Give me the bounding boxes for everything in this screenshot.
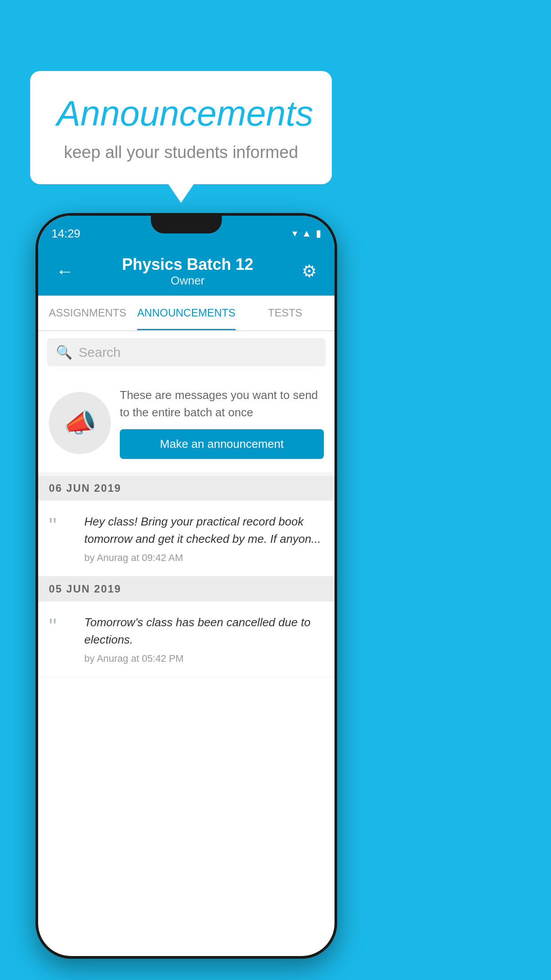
app-bar-center: Physics Batch 12 Owner <box>122 255 253 288</box>
tab-tests[interactable]: TESTS <box>236 296 335 330</box>
phone-inner: 14:29 ▾ ▲ ▮ ← Physics Batch 12 Owner ⚙ A… <box>38 216 335 956</box>
phone-frame: 14:29 ▾ ▲ ▮ ← Physics Batch 12 Owner ⚙ A… <box>35 213 337 959</box>
status-time: 14:29 <box>51 227 80 241</box>
announcement-item-1: " Hey class! Bring your practical record… <box>38 501 335 577</box>
announcement-message-1: Hey class! Bring your practical record b… <box>84 513 324 548</box>
phone-notch <box>151 216 222 233</box>
announcement-content-1: Hey class! Bring your practical record b… <box>84 513 324 564</box>
signal-icon: ▲ <box>302 228 311 239</box>
speech-bubble-subtitle: keep all your students informed <box>57 143 305 162</box>
announcement-meta-2: by Anurag at 05:42 PM <box>84 653 324 664</box>
announcement-content-2: Tomorrow's class has been cancelled due … <box>84 614 324 664</box>
settings-button[interactable]: ⚙ <box>297 257 321 285</box>
search-bar: 🔍 Search <box>38 331 335 373</box>
speech-bubble-container: Announcements keep all your students inf… <box>30 71 332 184</box>
app-bar-subtitle: Owner <box>122 274 253 288</box>
search-icon: 🔍 <box>56 344 72 360</box>
promo-icon-circle: 📣 <box>49 392 111 454</box>
announcement-meta-1: by Anurag at 09:42 AM <box>84 552 324 564</box>
wifi-icon: ▾ <box>292 228 297 239</box>
app-bar-title: Physics Batch 12 <box>122 255 253 274</box>
date-separator-2: 05 JUN 2019 <box>38 577 335 601</box>
search-placeholder: Search <box>79 345 121 360</box>
content-area: 🔍 Search 📣 These are messages you want t… <box>38 331 335 677</box>
announcement-promo: 📣 These are messages you want to send to… <box>38 373 335 472</box>
battery-icon: ▮ <box>316 228 321 239</box>
speech-bubble-title: Announcements <box>57 93 305 134</box>
megaphone-icon: 📣 <box>63 407 97 439</box>
search-input-wrapper[interactable]: 🔍 Search <box>47 338 326 366</box>
app-bar: ← Physics Batch 12 Owner ⚙ <box>38 247 335 296</box>
back-button[interactable]: ← <box>51 257 78 286</box>
speech-bubble: Announcements keep all your students inf… <box>30 71 332 184</box>
quote-icon-1: " <box>49 513 75 537</box>
status-icons: ▾ ▲ ▮ <box>292 228 321 239</box>
date-separator-1: 06 JUN 2019 <box>38 476 335 501</box>
tab-assignments[interactable]: ASSIGNMENTS <box>38 296 137 330</box>
quote-icon-2: " <box>49 614 75 638</box>
tab-announcements[interactable]: ANNOUNCEMENTS <box>137 296 236 330</box>
make-announcement-button[interactable]: Make an announcement <box>120 429 324 459</box>
announcement-item-2: " Tomorrow's class has been cancelled du… <box>38 601 335 677</box>
promo-description: These are messages you want to send to t… <box>120 387 324 421</box>
announcement-message-2: Tomorrow's class has been cancelled due … <box>84 614 324 648</box>
promo-content: These are messages you want to send to t… <box>120 387 324 459</box>
tab-bar: ASSIGNMENTS ANNOUNCEMENTS TESTS <box>38 296 335 331</box>
